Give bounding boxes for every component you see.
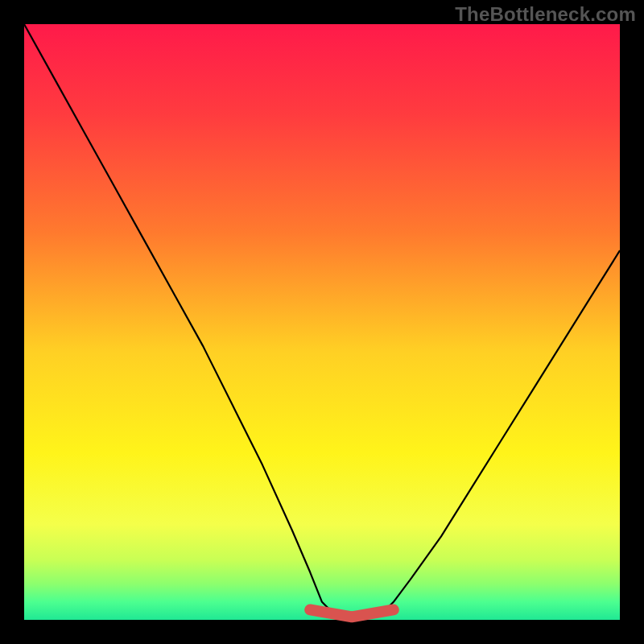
plot-background	[24, 24, 620, 620]
bottleneck-chart	[0, 0, 644, 644]
chart-frame: TheBottleneck.com	[0, 0, 644, 644]
watermark-text: TheBottleneck.com	[455, 3, 636, 26]
